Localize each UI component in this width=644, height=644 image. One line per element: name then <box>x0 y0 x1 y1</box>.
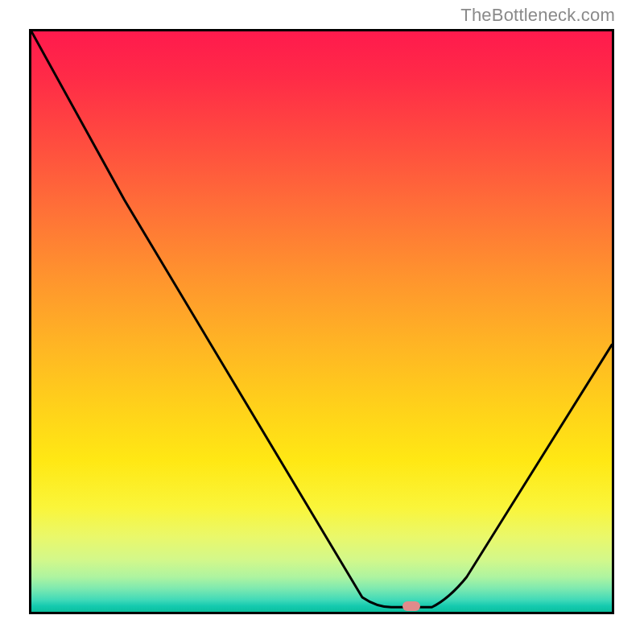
curve-path <box>31 31 612 607</box>
chart-frame <box>29 29 614 614</box>
chart-curve <box>31 31 612 612</box>
watermark-text: TheBottleneck.com <box>460 5 615 26</box>
curve-minimum-marker <box>402 601 420 611</box>
